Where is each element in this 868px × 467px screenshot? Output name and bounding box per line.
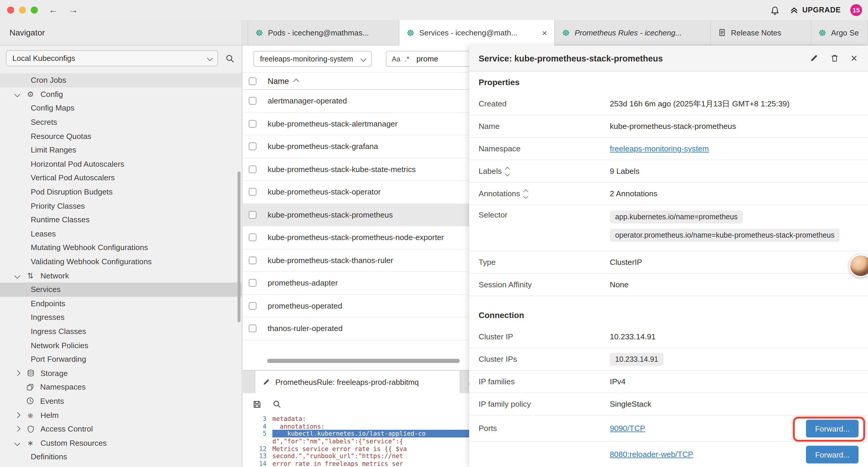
item-label: Secrets: [31, 118, 57, 126]
sidebar-item-mutating-webhook-configurations[interactable]: Mutating Webhook Configurations: [0, 241, 242, 255]
upgrade-button[interactable]: UPGRADE: [789, 5, 841, 15]
match-case-toggle[interactable]: Aa: [392, 55, 400, 63]
sidebar-item-port-forwarding[interactable]: Port Forwarding: [0, 352, 242, 366]
sidebar-scrollbar[interactable]: [238, 171, 241, 322]
annotations-row: Annotations 2 Annotations: [469, 183, 868, 205]
item-label: Storage: [40, 369, 68, 378]
zoom-window-button[interactable]: [31, 6, 38, 13]
row-checkbox[interactable]: [249, 302, 256, 310]
namespace-filter-select[interactable]: freeleaps-monitoring-system: [253, 51, 372, 67]
sidebar-item-horizontal-pod-autoscalers[interactable]: Horizontal Pod Autoscalers: [0, 157, 242, 171]
sidebar-item-namespaces[interactable]: Namespaces: [0, 380, 242, 394]
sidebar-item-config-maps[interactable]: Config Maps: [0, 101, 242, 115]
sidebar-item-limit-ranges[interactable]: Limit Ranges: [0, 143, 242, 157]
cluster-ip-row: Cluster IP 10.233.14.91: [469, 326, 868, 348]
trash-icon[interactable]: [830, 54, 839, 63]
row-checkbox[interactable]: [249, 166, 256, 173]
tab-label: Services - icecheng@math...: [419, 28, 518, 37]
item-label: Access Control: [40, 425, 93, 433]
port-forward-button[interactable]: Forward...: [806, 446, 859, 463]
tab-pods[interactable]: ☸ Pods - icecheng@mathmas...: [248, 20, 399, 45]
item-label: Endpoints: [31, 299, 65, 308]
close-window-button[interactable]: [7, 6, 14, 13]
minimize-window-button[interactable]: [19, 6, 26, 13]
ip-family-policy-row: IP family policy SingleStack: [469, 393, 868, 415]
item-label: Services: [31, 285, 61, 294]
port-link[interactable]: 8080:reloader-web/TCP: [610, 450, 693, 459]
kubeconfig-select[interactable]: Local Kubeconfigs: [6, 50, 218, 66]
sidebar-item-ingresses[interactable]: Ingresses: [0, 310, 242, 324]
forward-button[interactable]: →: [68, 5, 78, 16]
selector-badge: operator.prometheus.io/name=kube-prometh…: [610, 229, 840, 242]
dock-tab-prometheusrule[interactable]: PrometheusRule: freeleaps-prod-rabbitmq: [255, 371, 460, 393]
sidebar-item-endpoints[interactable]: Endpoints: [0, 296, 242, 310]
sidebar-item-events[interactable]: Events: [0, 394, 242, 408]
row-checkbox[interactable]: [249, 211, 256, 219]
connection-section-heading: Connection: [469, 304, 868, 326]
row-checkbox[interactable]: [249, 325, 256, 332]
sidebar-item-runtime-classes[interactable]: Runtime Classes: [0, 213, 242, 227]
port-forward-button[interactable]: Forward...: [806, 420, 859, 437]
tab-services[interactable]: ☸ Services - icecheng@math... ×: [399, 20, 555, 46]
sidebar-item-network-policies[interactable]: Network Policies: [0, 339, 242, 352]
notifications-bell-icon[interactable]: [770, 5, 780, 15]
close-drawer-icon[interactable]: ×: [851, 53, 857, 64]
sidebar-item-cron-jobs[interactable]: Cron Jobs: [0, 73, 242, 87]
chevron-right-icon: [14, 426, 20, 432]
item-label: Namespaces: [40, 383, 86, 391]
editor-search-icon[interactable]: [272, 400, 281, 408]
edit-pencil-icon[interactable]: [809, 54, 818, 63]
kubernetes-icon: ☸: [818, 28, 826, 37]
sidebar-item-definitions[interactable]: Definitions: [0, 450, 242, 464]
tab-prometheus-rules[interactable]: ☸ Prometheus Rules - icecheng...: [555, 20, 711, 45]
row-checkbox[interactable]: [249, 120, 256, 128]
sidebar-item-priority-classes[interactable]: Priority Classes: [0, 199, 242, 213]
chevron-down-icon: [207, 56, 212, 61]
expand-toggle-icon[interactable]: [506, 168, 509, 175]
regex-toggle[interactable]: .*: [404, 55, 409, 63]
back-button[interactable]: ←: [49, 5, 58, 16]
sidebar-item-secrets[interactable]: Secrets: [0, 115, 242, 129]
row-checkbox[interactable]: [249, 97, 256, 105]
row-checkbox[interactable]: [249, 234, 256, 241]
labels-row: Labels 9 Labels: [469, 160, 868, 183]
horizontal-scrollbar[interactable]: [267, 359, 460, 363]
sidebar-item-network[interactable]: ⇅Network: [0, 269, 242, 283]
row-checkbox[interactable]: [249, 188, 256, 196]
sidebar-item-validating-webhook-configurations[interactable]: Validating Webhook Configurations: [0, 255, 242, 268]
tab-label: Argo Se: [831, 28, 859, 37]
select-all-checkbox[interactable]: [249, 77, 256, 85]
row-checkbox[interactable]: [249, 257, 256, 264]
save-icon[interactable]: [252, 399, 262, 409]
labels-value: 9 Labels: [610, 167, 640, 176]
tab-release-notes[interactable]: Release Notes: [711, 20, 811, 45]
sidebar-item-storage[interactable]: Storage: [0, 366, 242, 380]
sidebar-item-config[interactable]: ⚙Config: [0, 87, 242, 101]
sidebar-item-resource-quotas[interactable]: Resource Quotas: [0, 129, 242, 143]
row-checkbox[interactable]: [249, 143, 256, 150]
tab-label: Prometheus Rules - icecheng...: [575, 28, 682, 37]
sidebar-search-icon[interactable]: [225, 54, 235, 63]
sidebar-item-ingress-classes[interactable]: Ingress Classes: [0, 324, 242, 338]
port-link[interactable]: 9090/TCP: [610, 424, 645, 433]
sidebar-item-access-control[interactable]: Access Control: [0, 422, 242, 436]
navigator-title: Navigator: [9, 28, 45, 37]
sidebar-item-pod-disruption-budgets[interactable]: Pod Disruption Budgets: [0, 185, 242, 199]
item-label: Horizontal Pod Autoscalers: [31, 159, 124, 169]
service-name: alertmanager-operated: [268, 97, 347, 106]
row-label: Labels: [478, 167, 502, 176]
tab-argo[interactable]: ☸ Argo Se: [811, 20, 868, 45]
sidebar-item-leases[interactable]: Leases: [0, 227, 242, 241]
namespace-link[interactable]: freeleaps-monitoring-system: [610, 144, 709, 153]
sidebar-item-custom-resources[interactable]: ∗Custom Resources: [0, 436, 242, 450]
name-column-header[interactable]: Name: [268, 77, 289, 85]
helm-icon: ⎈: [26, 411, 35, 419]
close-tab-icon[interactable]: ×: [542, 28, 547, 38]
notification-count-badge[interactable]: 15: [850, 4, 862, 16]
sidebar-item-helm[interactable]: ⎈Helm: [0, 408, 242, 422]
expand-toggle-icon[interactable]: [524, 190, 527, 198]
sidebar-item-vertical-pod-autoscalers[interactable]: Vertical Pod Autoscalers: [0, 171, 242, 185]
row-checkbox[interactable]: [249, 279, 256, 287]
sidebar-item-services[interactable]: Services: [0, 283, 242, 296]
custom-resources-icon: ∗: [26, 439, 35, 447]
